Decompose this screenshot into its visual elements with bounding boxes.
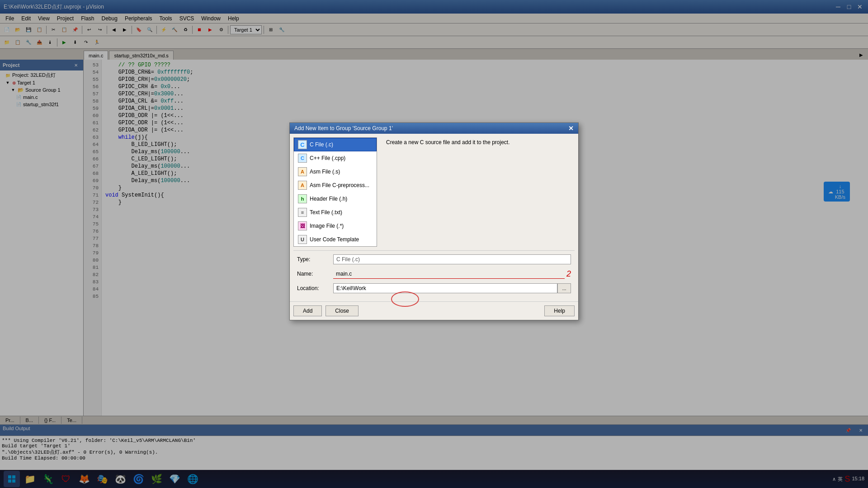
modal-title-bar: Add New Item to Group 'Source Group 1' ✕: [290, 123, 578, 134]
location-input[interactable]: [333, 283, 557, 293]
form-row-type: Type:: [297, 254, 571, 264]
c-file-icon: C: [298, 140, 307, 149]
file-type-image[interactable]: 🖼 Image File (.*): [294, 219, 377, 233]
type-label: Type:: [297, 256, 333, 263]
file-type-text[interactable]: ≡ Text File (.txt): [294, 206, 377, 219]
c-file-label: C File (.c): [310, 141, 333, 148]
footer-spacer: [362, 305, 541, 316]
form-row-location: Location: ...: [297, 283, 571, 293]
location-label: Location:: [297, 285, 333, 291]
file-type-list: C C File (.c) C C++ File (.cpp) A Asm Fi…: [293, 137, 377, 247]
close-btn[interactable]: Close: [326, 305, 359, 316]
annotation-2: 2: [566, 269, 571, 279]
modal-desc-text: Create a new C source file and add it to…: [386, 139, 510, 145]
modal-close-btn[interactable]: ✕: [568, 125, 574, 132]
help-btn[interactable]: Help: [544, 305, 575, 316]
cpp-file-label: C++ File (.cpp): [310, 155, 345, 161]
form-row-name: Name: 2: [297, 269, 571, 279]
image-file-label: Image File (.*): [310, 223, 344, 229]
modal-form: Type: Name: 2 Location: ...: [290, 251, 578, 301]
text-file-label: Text File (.txt): [310, 209, 342, 216]
cpp-file-icon: C: [298, 154, 307, 163]
add-new-item-dialog: Add New Item to Group 'Source Group 1' ✕…: [289, 122, 579, 320]
name-input[interactable]: [333, 269, 565, 279]
name-label: Name:: [297, 271, 333, 277]
file-type-user-template[interactable]: U User Code Template: [294, 233, 377, 246]
user-template-icon: U: [298, 235, 307, 244]
asm-cpp-file-icon: A: [298, 181, 307, 190]
header-file-icon: h: [298, 194, 307, 203]
asm-file-icon: A: [298, 167, 307, 176]
header-file-label: Header File (.h): [310, 196, 347, 202]
type-input[interactable]: [333, 254, 571, 264]
modal-body: C C File (.c) C C++ File (.cpp) A Asm Fi…: [290, 134, 578, 250]
file-type-header[interactable]: h Header File (.h): [294, 192, 377, 206]
asm-file-label: Asm File (.s): [310, 169, 340, 175]
modal-overlay: Add New Item to Group 'Source Group 1' ✕…: [0, 0, 868, 488]
file-type-cpp[interactable]: C C++ File (.cpp): [294, 151, 377, 165]
user-template-label: User Code Template: [310, 236, 359, 243]
image-file-icon: 🖼: [298, 221, 307, 230]
location-browse-btn[interactable]: ...: [557, 283, 571, 293]
modal-title-text: Add New Item to Group 'Source Group 1': [294, 125, 393, 131]
modal-description: Create a new C source file and add it to…: [381, 134, 578, 250]
modal-footer: Add Close Help: [290, 301, 578, 320]
file-type-asm-cpp[interactable]: A Asm File C-preprocess...: [294, 178, 377, 192]
asm-cpp-file-label: Asm File C-preprocess...: [310, 182, 369, 188]
text-file-icon: ≡: [298, 208, 307, 217]
file-type-c[interactable]: C C File (.c): [294, 138, 377, 151]
add-btn[interactable]: Add: [293, 305, 322, 316]
file-type-asm[interactable]: A Asm File (.s): [294, 165, 377, 178]
